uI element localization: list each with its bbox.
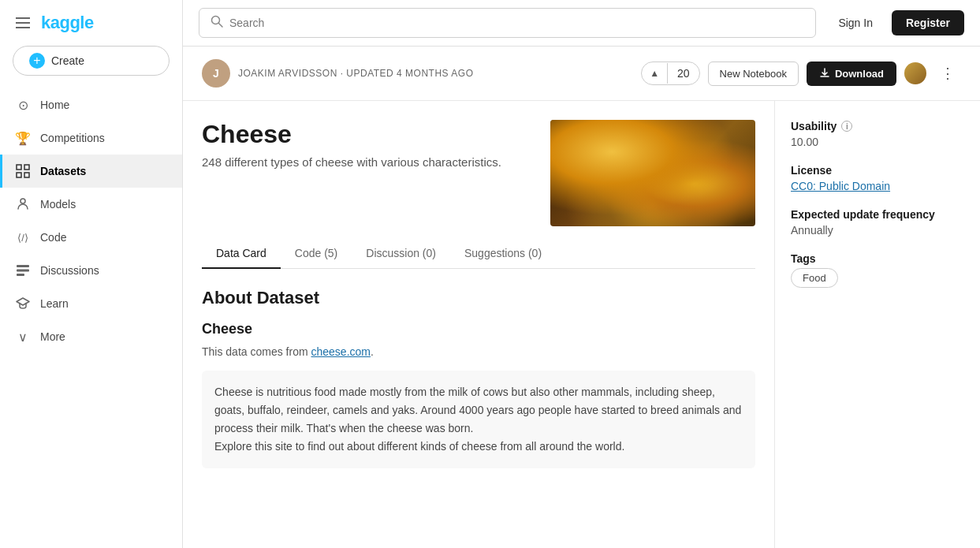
home-icon: ⊙ <box>15 97 31 113</box>
download-icon <box>819 68 830 79</box>
dataset-content: J JOAKIM ARVIDSSON · UPDATED 4 MONTHS AG… <box>183 47 980 548</box>
upvote-count: 20 <box>668 62 699 84</box>
tab-discussion[interactable]: Discussion (0) <box>352 239 450 269</box>
upvote-arrow-icon[interactable]: ▲ <box>642 63 668 84</box>
frequency-meta: Expected update frequency Annually <box>791 208 964 237</box>
logo-area: kaggle <box>0 0 182 39</box>
frequency-label: Expected update frequency <box>791 208 964 221</box>
svg-rect-5 <box>17 265 29 267</box>
sidebar-item-home[interactable]: ⊙ Home <box>0 88 182 121</box>
tabs: Data Card Code (5) Discussion (0) Sugges… <box>202 239 755 269</box>
more-options-button[interactable]: ⋮ <box>934 62 961 85</box>
cheese-image <box>550 120 755 226</box>
cheese-image-inner <box>550 120 755 226</box>
code-icon: ⟨/⟩ <box>15 229 31 245</box>
tags-label: Tags <box>791 252 964 265</box>
sidebar-item-learn[interactable]: Learn <box>0 287 182 320</box>
left-panel: Cheese 248 different types of cheese wit… <box>183 101 775 548</box>
author-name: JOAKIM ARVIDSSON <box>238 68 337 79</box>
sidebar-item-datasets[interactable]: Datasets <box>0 155 182 188</box>
about-title: About Dataset <box>202 288 755 308</box>
author-info: J JOAKIM ARVIDSSON · UPDATED 4 MONTHS AG… <box>202 59 628 88</box>
info-icon[interactable]: i <box>841 121 852 132</box>
models-icon <box>15 196 31 212</box>
svg-rect-0 <box>17 165 21 170</box>
svg-rect-3 <box>24 173 29 177</box>
avatar: J <box>202 59 230 88</box>
datasets-icon <box>15 163 31 179</box>
main-area: Sign In Register J JOAKIM ARVIDSSON · UP… <box>183 0 980 548</box>
description-text: Cheese is nutritious food made mostly fr… <box>214 386 741 453</box>
right-panel-content: Usability i 10.00 License CC0: Public Do… <box>775 101 980 322</box>
source-line: This data comes from cheese.com. <box>202 345 755 358</box>
content-area: Cheese 248 different types of cheese wit… <box>183 101 980 548</box>
license-label: License <box>791 164 964 177</box>
sidebar-item-label: Home <box>40 99 69 111</box>
topbar: Sign In Register <box>183 0 980 47</box>
dataset-subtitle: 248 different types of cheese with vario… <box>202 155 535 169</box>
usability-meta: Usability i 10.00 <box>791 120 964 148</box>
header-text: Cheese 248 different types of cheese wit… <box>202 120 535 226</box>
author-text: JOAKIM ARVIDSSON · UPDATED 4 MONTHS AGO <box>238 68 473 79</box>
sidebar-item-label: Competitions <box>40 132 105 144</box>
svg-point-4 <box>20 199 25 203</box>
sidebar-item-label: More <box>40 330 65 343</box>
updated-text: UPDATED 4 MONTHS AGO <box>346 68 473 79</box>
sidebar-item-label: Models <box>40 198 76 211</box>
discussions-icon <box>15 263 31 278</box>
hamburger-icon[interactable] <box>13 14 33 32</box>
sidebar: kaggle + Create ⊙ Home 🏆 Competitions Da… <box>0 0 183 548</box>
right-panel: Usability i 10.00 License CC0: Public Do… <box>775 101 980 548</box>
register-button[interactable]: Register <box>892 10 964 35</box>
tags-meta: Tags Food <box>791 252 964 288</box>
svg-rect-7 <box>17 274 24 276</box>
sidebar-item-code[interactable]: ⟨/⟩ Code <box>0 221 182 254</box>
title-image-row: Cheese 248 different types of cheese wit… <box>202 120 755 226</box>
trophy-icon: 🏆 <box>15 130 31 146</box>
license-value[interactable]: CC0: Public Domain <box>791 180 964 192</box>
source-suffix: . <box>371 345 374 358</box>
sidebar-item-label: Learn <box>40 297 69 310</box>
coin-icon <box>904 62 926 84</box>
dataset-header: J JOAKIM ARVIDSSON · UPDATED 4 MONTHS AG… <box>183 47 980 101</box>
search-box[interactable] <box>199 8 816 38</box>
learn-icon <box>15 296 31 311</box>
source-text: This data comes from <box>202 345 311 358</box>
description-box: Cheese is nutritious food made mostly fr… <box>202 371 755 468</box>
dataset-title: Cheese <box>202 120 535 149</box>
header-actions: ▲ 20 New Notebook Download ⋮ <box>641 62 961 86</box>
license-meta: License CC0: Public Domain <box>791 164 964 192</box>
sidebar-item-label: Datasets <box>40 165 86 177</box>
signin-button[interactable]: Sign In <box>829 10 882 35</box>
download-label: Download <box>835 68 884 80</box>
upvote-button[interactable]: ▲ 20 <box>641 62 699 85</box>
sidebar-item-discussions[interactable]: Discussions <box>0 254 182 287</box>
svg-line-9 <box>219 24 223 28</box>
source-link[interactable]: cheese.com <box>311 345 371 358</box>
svg-rect-2 <box>17 173 21 177</box>
topbar-actions: Sign In Register <box>829 10 964 35</box>
frequency-value: Annually <box>791 224 964 237</box>
cheese-heading: Cheese <box>202 321 755 337</box>
sidebar-item-label: Discussions <box>40 264 99 277</box>
svg-rect-6 <box>17 270 29 272</box>
tab-code[interactable]: Code (5) <box>281 239 352 269</box>
create-button[interactable]: + Create <box>13 46 170 76</box>
sidebar-item-label: Code <box>40 231 66 244</box>
create-label: Create <box>51 54 84 67</box>
usability-label: Usability i <box>791 120 964 132</box>
new-notebook-button[interactable]: New Notebook <box>708 62 799 86</box>
usability-value: 10.00 <box>791 136 964 148</box>
tag-food[interactable]: Food <box>791 268 838 288</box>
search-icon <box>211 15 223 31</box>
svg-rect-1 <box>24 165 29 170</box>
sidebar-item-competitions[interactable]: 🏆 Competitions <box>0 121 182 155</box>
tab-data-card[interactable]: Data Card <box>202 239 281 269</box>
sidebar-item-models[interactable]: Models <box>0 188 182 221</box>
tab-suggestions[interactable]: Suggestions (0) <box>450 239 556 269</box>
sidebar-item-more[interactable]: ∨ More <box>0 320 182 353</box>
chevron-down-icon: ∨ <box>15 329 31 345</box>
download-button[interactable]: Download <box>807 62 896 86</box>
search-input[interactable] <box>229 17 804 29</box>
plus-icon: + <box>29 53 45 69</box>
